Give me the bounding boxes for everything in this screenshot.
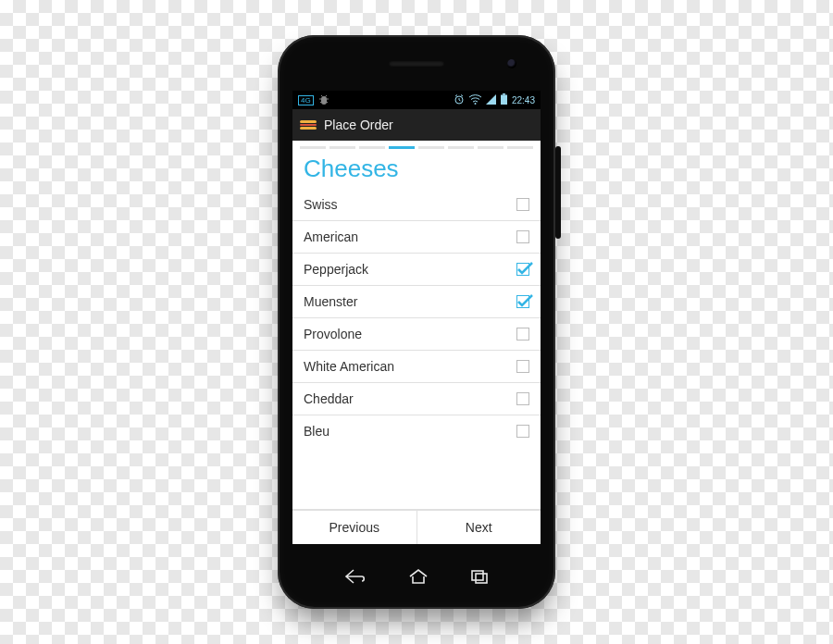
checkbox[interactable]: [516, 230, 529, 243]
signal-icon: [486, 94, 496, 106]
list-item-label: Cheddar: [304, 391, 354, 406]
svg-rect-5: [476, 574, 487, 583]
list-item-label: Bleu: [304, 424, 329, 439]
step-segment: [300, 146, 326, 149]
previous-button[interactable]: Previous: [292, 511, 416, 544]
step-segment: [507, 146, 533, 149]
step-indicator: [292, 141, 541, 153]
step-segment: [448, 146, 474, 149]
svg-rect-3: [503, 93, 505, 95]
section-heading: Cheeses: [292, 153, 541, 189]
page-title: Place Order: [324, 118, 393, 132]
battery-icon: [501, 93, 507, 106]
front-camera: [507, 59, 516, 68]
checkbox[interactable]: [516, 360, 529, 373]
step-segment: [389, 146, 415, 149]
step-segment: [359, 146, 385, 149]
status-bar: 4G 22:43: [292, 91, 541, 109]
list-item-label: Swiss: [304, 197, 338, 212]
network-badge: 4G: [298, 95, 314, 105]
wifi-icon: [469, 94, 481, 106]
checkbox[interactable]: [516, 328, 529, 341]
earpiece: [389, 61, 444, 67]
svg-rect-4: [472, 571, 483, 580]
list-item[interactable]: American: [292, 221, 541, 254]
list-item[interactable]: Swiss: [292, 189, 541, 221]
back-button[interactable]: [343, 568, 367, 588]
step-segment: [478, 146, 504, 149]
list-item[interactable]: Provolone: [292, 318, 541, 351]
checkbox[interactable]: [516, 295, 529, 308]
debug-icon: [318, 94, 329, 106]
screen: 4G 22:43: [292, 91, 541, 544]
checkbox[interactable]: [516, 263, 529, 276]
list-item-label: Pepperjack: [304, 262, 368, 277]
list-item[interactable]: Muenster: [292, 286, 541, 318]
footer-nav: Previous Next: [292, 509, 541, 544]
recent-apps-button[interactable]: [469, 568, 490, 588]
android-nav-bar: [278, 568, 555, 588]
next-button[interactable]: Next: [416, 511, 541, 544]
alarm-icon: [454, 93, 465, 106]
clock-text: 22:43: [512, 95, 535, 105]
list-item-label: Muenster: [304, 294, 357, 309]
checkbox[interactable]: [516, 392, 529, 405]
list-item[interactable]: Bleu: [292, 415, 541, 447]
list-item[interactable]: Pepperjack: [292, 254, 541, 286]
svg-point-1: [474, 103, 476, 105]
side-button: [555, 146, 561, 239]
list-item-label: White American: [304, 359, 394, 374]
svg-rect-2: [501, 95, 507, 105]
action-bar: Place Order: [292, 109, 541, 141]
step-segment: [418, 146, 444, 149]
step-segment: [329, 146, 355, 149]
app-icon: [300, 120, 317, 130]
phone-frame: 4G 22:43: [278, 35, 555, 609]
cheese-list: SwissAmericanPepperjackMuensterProvolone…: [292, 189, 541, 509]
list-item-label: American: [304, 229, 358, 244]
home-button[interactable]: [408, 568, 429, 588]
list-item[interactable]: White American: [292, 351, 541, 383]
list-item-label: Provolone: [304, 327, 362, 341]
list-item[interactable]: Cheddar: [292, 383, 541, 415]
checkbox[interactable]: [516, 198, 529, 211]
checkbox[interactable]: [516, 425, 529, 438]
